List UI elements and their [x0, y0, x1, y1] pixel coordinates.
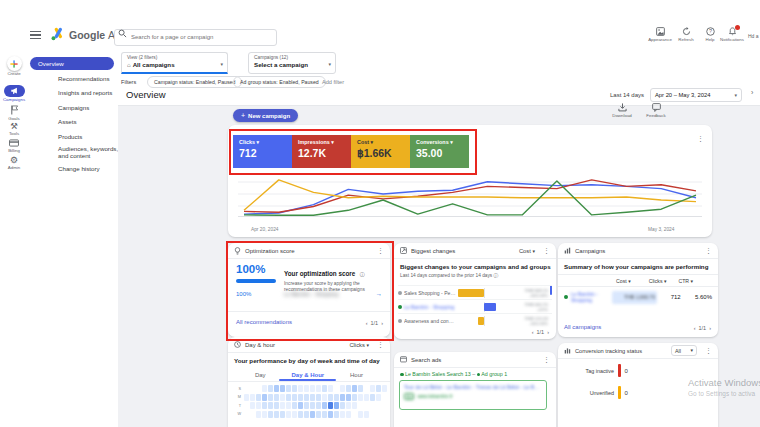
scorecard-label: Impressions — [298, 139, 330, 145]
conversion-row-label: Tag inactive — [562, 368, 614, 374]
add-filter-button[interactable]: Add filter — [322, 79, 344, 85]
optimization-title: Your optimization score — [284, 270, 355, 277]
biggest-changes-row[interactable]: Sales Shopping - Perfo... THB 848.15-100… — [398, 285, 552, 300]
biggest-changes-icon — [400, 247, 407, 254]
day-hour-kebab-menu[interactable]: ⋮ — [377, 341, 384, 348]
dropdown-caret-icon: ▾ — [256, 139, 259, 145]
view-filter-dropdown[interactable]: View (2 filters) ⌂ All campaigns ▾ — [121, 52, 228, 74]
tools-icon: ⚒ — [0, 122, 28, 131]
tab-hour[interactable]: Hour — [350, 372, 363, 378]
new-campaign-button[interactable]: + New campaign — [233, 109, 298, 122]
row-campaign-name: Sales Shopping - Perfo... — [404, 290, 456, 296]
biggest-changes-kebab-menu[interactable]: ⋮ — [543, 247, 550, 254]
pager-prev-icon[interactable]: ‹ — [366, 320, 368, 326]
table-row[interactable]: Le Bambin - Shopping THB 1,660.70 712 5.… — [558, 285, 718, 309]
filter-chip-ad-group-status[interactable]: Ad group status: Enabled, Paused — [233, 76, 326, 88]
clock-icon — [234, 341, 241, 348]
nav-rail-campaigns[interactable]: Campaigns — [0, 85, 28, 102]
scorecard-conversions[interactable]: Conversions ▾ 35.00 — [410, 135, 469, 168]
search-ads-title: Search ads — [411, 357, 441, 363]
campaign-name-redacted[interactable]: Le Bambin - Shopping — [571, 291, 610, 304]
panel-chevron-icon[interactable]: › — [751, 89, 753, 96]
view-filter-value: All campaigns — [133, 61, 175, 68]
column-header-ctr[interactable]: CTR ▾ — [678, 278, 693, 284]
info-icon[interactable]: ⓘ — [360, 271, 365, 277]
column-header-clicks[interactable]: Clicks ▾ — [649, 278, 667, 284]
scorecard-clicks[interactable]: Clicks ▾ 712 — [233, 135, 292, 168]
sidebar-label: Products — [58, 133, 82, 140]
conversion-row-bar — [618, 364, 621, 377]
optimization-kebab-menu[interactable]: ⋮ — [377, 247, 384, 254]
campaign-name-redacted[interactable]: Le Bambin - Shopping — [284, 291, 338, 297]
conversion-row-tag-inactive: Tag inactive 0 — [562, 364, 628, 377]
nav-rail-admin[interactable]: ⚙ Admin — [0, 156, 28, 170]
optimization-score-card: Optimization score ⋮ 100% Your optimizat… — [228, 243, 390, 337]
day-hour-heatmap[interactable]: SMTW — [234, 385, 387, 419]
biggest-changes-row[interactable]: Awareness and consid... THB 120.33-100.0… — [398, 313, 552, 328]
nav-rail-billing[interactable]: Billing — [0, 139, 28, 153]
metric-selector-dropdown[interactable]: Clicks ▾ — [349, 342, 369, 348]
info-icon[interactable]: ⓘ — [494, 273, 499, 278]
google-ads-logo-icon — [50, 26, 66, 42]
biggest-changes-row[interactable]: Le Bambin - Shopping THB 640.70+41% — [398, 299, 552, 314]
metric-selector-dropdown[interactable]: Cost ▾ — [519, 248, 535, 254]
pager-prev-icon[interactable]: ‹ — [532, 329, 534, 335]
campaigns-kebab-menu[interactable]: ⋮ — [705, 247, 712, 254]
hamburger-menu-icon[interactable] — [30, 31, 41, 39]
tab-day[interactable]: Day — [255, 372, 266, 378]
admin-label: Admin — [0, 165, 28, 170]
pager-next-icon[interactable]: › — [381, 320, 383, 326]
arrow-right-icon[interactable]: → — [376, 290, 383, 297]
windows-watermark-line2: Go to Settings to activa — [688, 390, 755, 397]
nav-rail-goals[interactable]: Goals — [0, 105, 28, 121]
pager-next-icon[interactable]: › — [547, 329, 549, 335]
sidebar-item-overview[interactable]: Overview — [30, 57, 114, 70]
scorecard-cost[interactable]: Cost ▾ ฿1.66K — [351, 135, 410, 168]
search-ads-kebab-menu[interactable]: ⋮ — [543, 356, 550, 363]
dropdown-caret-icon: ▾ — [450, 139, 453, 145]
appearance-icon — [656, 27, 665, 36]
status-filter-dropdown[interactable]: All▾ — [671, 345, 697, 356]
sidebar-label: Campaigns — [58, 104, 89, 111]
create-plus-icon — [7, 56, 22, 71]
nav-rail-tools[interactable]: ⚒ Tools — [0, 122, 28, 136]
ad-preview-box[interactable]: Tour de Lit Bébé - Le Bambin - Tresse de… — [399, 380, 547, 410]
status-dot-icon — [398, 319, 402, 323]
brand-google: Google — [69, 29, 105, 41]
all-campaigns-link[interactable]: All campaigns — [564, 324, 601, 330]
download-button[interactable]: Download — [608, 103, 636, 118]
column-header-cost[interactable]: Cost ▾ — [616, 278, 631, 284]
search-input[interactable] — [114, 29, 277, 46]
row-value-redacted: THB 640.70+41% — [512, 302, 548, 313]
all-recommendations-link[interactable]: All recommendations — [236, 319, 292, 325]
ad-campaign-name: Le Bambin Sales Search 13 — [405, 371, 471, 377]
filter-chip-campaign-status[interactable]: Campaign status: Enabled, Paused — [147, 76, 242, 88]
chart-x-start-label: Apr 20, 2024 — [251, 227, 278, 232]
pager-prev-icon[interactable]: ‹ — [694, 325, 696, 331]
appearance-button[interactable]: Appearance — [646, 27, 674, 42]
change-bar — [478, 317, 484, 325]
day-hour-heading: Your performance by day of week and time… — [234, 357, 380, 364]
dropdown-caret-icon: ▾ — [734, 93, 737, 98]
ad-campaign-path[interactable]: Le Bambin Sales Search 13 – Ad group 1 — [400, 371, 507, 377]
dropdown-caret-icon: ▾ — [370, 139, 373, 145]
change-bar — [458, 289, 484, 297]
home-icon: ⌂ — [127, 62, 131, 68]
date-range-dropdown[interactable]: Apr 20 – May 3, 2024 ▾ — [650, 88, 742, 102]
account-label[interactable]: Hd a — [748, 33, 759, 39]
nav-rail-create[interactable]: Create — [0, 56, 28, 76]
google-ads-app: Google Ads Appearance Refresh ? Help Not… — [0, 0, 760, 427]
notifications-button[interactable]: Notifications — [718, 27, 746, 42]
tab-day-hour[interactable]: Day & Hour — [291, 372, 324, 378]
svg-text:?: ? — [709, 28, 712, 34]
scorecard-impressions[interactable]: Impressions ▾ 12.7K — [292, 135, 351, 168]
conversion-kebab-menu[interactable]: ⋮ — [705, 347, 712, 354]
campaign-select-dropdown[interactable]: Campaigns (12) Select a campaign ▾ — [248, 52, 336, 74]
chart-kebab-menu[interactable]: ⋮ — [697, 135, 704, 142]
ad-badge: Ad — [404, 393, 414, 400]
pager-next-icon[interactable]: › — [709, 325, 711, 331]
feedback-button[interactable]: Feedback — [642, 103, 670, 118]
topbar: Google Ads Appearance Refresh ? Help Not… — [0, 0, 760, 48]
dropdown-caret-icon: ▾ — [328, 62, 331, 67]
status-dot-icon — [398, 305, 402, 309]
